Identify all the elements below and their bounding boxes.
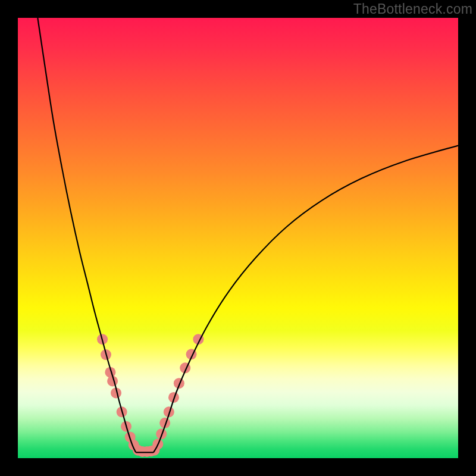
watermark-text: TheBottleneck.com bbox=[353, 1, 472, 17]
curve-left bbox=[37, 18, 136, 452]
curve-right bbox=[154, 146, 458, 453]
chart-svg bbox=[18, 18, 458, 458]
dots-right-group bbox=[149, 334, 203, 455]
outer-frame: TheBottleneck.com bbox=[0, 0, 476, 476]
